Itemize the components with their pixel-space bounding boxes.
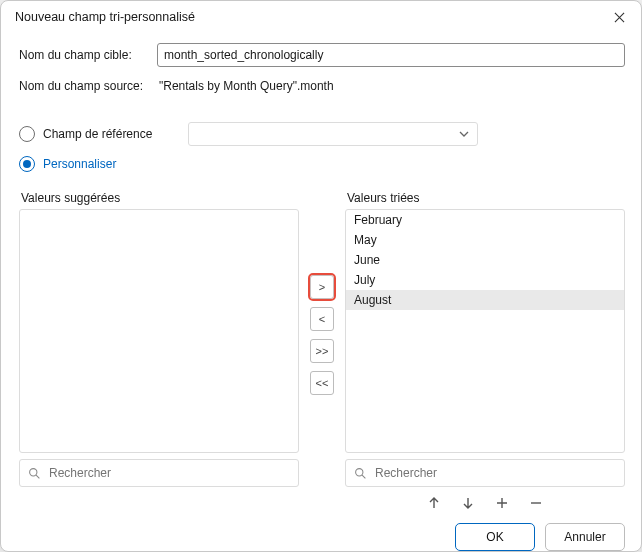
radio-group: Champ de référence Personnaliser — [19, 117, 625, 181]
title-bar: Nouveau champ tri-personnalisé — [1, 1, 641, 33]
list-item[interactable]: July — [346, 270, 624, 290]
list-item[interactable]: May — [346, 230, 624, 250]
add-item-button[interactable] — [494, 495, 510, 511]
plus-icon — [495, 496, 509, 510]
remove-one-button[interactable]: < — [310, 307, 334, 331]
move-down-button[interactable] — [460, 495, 476, 511]
mover-buttons-column: > < >> << — [307, 191, 337, 395]
source-name-row: Nom du champ source: "Rentals by Month Q… — [19, 79, 625, 93]
source-name-value: "Rentals by Month Query".month — [157, 79, 625, 93]
move-up-button[interactable] — [426, 495, 442, 511]
svg-point-0 — [30, 468, 37, 475]
reference-field-dropdown[interactable] — [188, 122, 478, 146]
arrow-up-icon — [427, 496, 441, 510]
list-item[interactable]: February — [346, 210, 624, 230]
dialog-body: Nom du champ cible: Nom du champ source:… — [1, 33, 641, 511]
sorted-values-listbox[interactable]: FebruaryMayJuneJulyAugust — [345, 209, 625, 453]
reference-field-label[interactable]: Champ de référence — [43, 127, 152, 141]
dialog-footer: OK Annuler — [1, 511, 641, 552]
reference-field-row: Champ de référence — [19, 121, 625, 147]
suggested-values-column: Valeurs suggérées — [19, 191, 299, 487]
close-icon — [614, 12, 625, 23]
lists-area: Valeurs suggérées > < >> << Valeurs trié… — [19, 191, 625, 511]
search-icon — [354, 467, 367, 480]
svg-point-1 — [356, 468, 363, 475]
sorted-search-box[interactable] — [345, 459, 625, 487]
sorted-values-column: Valeurs triées FebruaryMayJuneJulyAugust — [345, 191, 625, 511]
sorted-search-input[interactable] — [373, 465, 616, 481]
dialog-title: Nouveau champ tri-personnalisé — [15, 10, 195, 24]
sorted-values-label: Valeurs triées — [345, 191, 625, 205]
suggested-search-box[interactable] — [19, 459, 299, 487]
customize-label[interactable]: Personnaliser — [43, 157, 116, 171]
suggested-values-listbox[interactable] — [19, 209, 299, 453]
chevron-down-icon — [459, 129, 469, 139]
suggested-search-input[interactable] — [47, 465, 290, 481]
remove-item-button[interactable] — [528, 495, 544, 511]
ok-button[interactable]: OK — [455, 523, 535, 551]
minus-icon — [529, 496, 543, 510]
list-item[interactable]: June — [346, 250, 624, 270]
sorted-controls — [345, 495, 625, 511]
dialog-window: Nouveau champ tri-personnalisé Nom du ch… — [0, 0, 642, 552]
target-name-input[interactable] — [157, 43, 625, 67]
cancel-button[interactable]: Annuler — [545, 523, 625, 551]
suggested-values-label: Valeurs suggérées — [19, 191, 299, 205]
add-all-button[interactable]: >> — [310, 339, 334, 363]
add-one-button[interactable]: > — [310, 275, 334, 299]
search-icon — [28, 467, 41, 480]
target-name-label: Nom du champ cible: — [19, 48, 157, 62]
source-name-label: Nom du champ source: — [19, 79, 157, 93]
close-button[interactable] — [597, 1, 641, 33]
reference-field-radio[interactable] — [19, 126, 35, 142]
target-name-row: Nom du champ cible: — [19, 43, 625, 67]
list-item[interactable]: August — [346, 290, 624, 310]
customize-radio[interactable] — [19, 156, 35, 172]
remove-all-button[interactable]: << — [310, 371, 334, 395]
arrow-down-icon — [461, 496, 475, 510]
customize-row: Personnaliser — [19, 151, 625, 177]
